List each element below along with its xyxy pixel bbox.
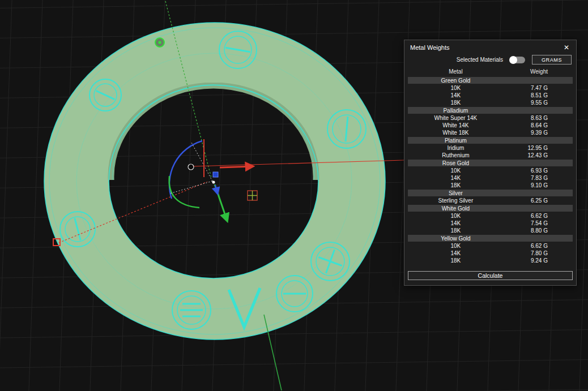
material-row[interactable]: 10K6.62 G [408, 242, 573, 250]
rotate-handle-green[interactable] [169, 176, 199, 208]
material-weight: 6.25 G [504, 197, 573, 204]
material-weight: 8.63 G [504, 115, 573, 121]
weight-column-header: Weight [504, 68, 573, 75]
metal-weights-panel: Metal Weights ✕ Selected Materials GRAMS… [404, 40, 577, 286]
material-label: White Super 14K [408, 115, 504, 121]
calculate-button[interactable]: Calculate [408, 271, 573, 280]
material-weight: 8.80 G [504, 227, 573, 234]
panel-controls: Selected Materials GRAMS [404, 53, 576, 68]
material-row[interactable]: Sterling Silver6.25 G [408, 197, 573, 204]
material-weight: 9.24 G [504, 257, 573, 264]
material-weight: 12.43 G [504, 152, 573, 158]
category-row[interactable]: Green Gold [408, 77, 573, 84]
gizmo-origin-dot [212, 181, 215, 184]
panel-title: Metal Weights [410, 44, 450, 51]
category-name: Palladium [408, 108, 504, 114]
material-row[interactable]: White 18K9.39 G [408, 129, 573, 136]
category-name: Platinum [408, 138, 504, 144]
translate-x-handle[interactable] [220, 166, 253, 167]
material-row[interactable]: Ruthenium12.43 G [408, 152, 573, 159]
category-name: Yellow Gold [408, 235, 504, 242]
material-label: Iridium [408, 145, 504, 151]
material-label: 18K [408, 257, 504, 264]
material-row[interactable]: Iridium12.95 G [408, 144, 573, 152]
table-header: Metal Weight [404, 68, 576, 76]
material-weight: 8.51 G [504, 92, 573, 98]
material-label: 10K [408, 243, 504, 249]
toggle-knob [509, 56, 517, 64]
rotate-handle-blue[interactable] [169, 141, 202, 199]
panel-header: Metal Weights ✕ [404, 40, 576, 53]
units-button[interactable]: GRAMS [532, 55, 572, 65]
material-row[interactable]: 14K7.54 G [408, 220, 573, 227]
material-weight: 6.93 G [504, 167, 573, 174]
material-label: White 14K [408, 122, 504, 128]
gizmo-guide [170, 181, 212, 194]
pivot-circle-icon[interactable] [188, 164, 194, 170]
material-label: 10K [408, 167, 504, 174]
ring-model[interactable] [44, 23, 385, 340]
category-row[interactable]: Silver [408, 190, 573, 196]
material-label: 14K [408, 220, 504, 226]
category-row[interactable]: Yellow Gold [408, 235, 573, 242]
material-label: 18K [408, 182, 504, 188]
close-icon[interactable]: ✕ [563, 44, 570, 51]
material-weight: 6.62 G [504, 243, 573, 249]
category-name: Green Gold [408, 78, 504, 84]
material-weight: 9.55 G [504, 100, 573, 106]
material-label: Sterling Silver [408, 197, 504, 204]
material-label: 10K [408, 85, 504, 91]
category-name: White Gold [408, 205, 504, 212]
material-weight: 9.39 G [504, 130, 573, 136]
material-row[interactable]: 14K7.80 G [408, 250, 573, 257]
metal-weights-table: Green Gold10K7.47 G14K8.51 G18K9.55 GPal… [404, 77, 576, 264]
material-label: 14K [408, 250, 504, 256]
material-row[interactable]: 18K9.10 G [408, 182, 573, 189]
material-label: 14K [408, 175, 504, 181]
material-weight: 7.83 G [504, 175, 573, 181]
material-weight: 9.10 G [504, 182, 573, 188]
category-name: Rose Gold [408, 160, 504, 166]
material-label: White 18K [408, 130, 504, 136]
material-weight: 7.47 G [504, 85, 573, 91]
material-row[interactable]: 10K6.62 G [408, 212, 573, 220]
material-label: 18K [408, 100, 504, 106]
material-row[interactable]: 10K7.47 G [408, 84, 573, 92]
blue-handle-icon[interactable] [213, 172, 218, 177]
material-row[interactable]: 18K9.55 G [408, 99, 573, 106]
material-row[interactable]: 18K9.24 G [408, 257, 573, 264]
category-row[interactable]: White Gold [408, 205, 573, 212]
material-row[interactable]: 10K6.93 G [408, 167, 573, 174]
snap-grid-icon[interactable] [248, 191, 257, 200]
category-row[interactable]: Palladium [408, 107, 573, 114]
material-label: Ruthenium [408, 152, 504, 158]
material-label: 18K [408, 227, 504, 234]
material-row[interactable]: 18K8.80 G [408, 227, 573, 234]
category-row[interactable]: Rose Gold [408, 160, 573, 166]
gizmo-guide [191, 143, 212, 181]
material-weight: 8.64 G [504, 122, 573, 128]
material-row[interactable]: White Super 14K8.63 G [408, 114, 573, 122]
material-row[interactable]: 14K7.83 G [408, 174, 573, 182]
selected-materials-label: Selected Materials [457, 57, 503, 63]
material-label: 10K [408, 213, 504, 219]
category-name: Silver [408, 190, 504, 196]
transform-gizmo[interactable] [169, 139, 257, 221]
selected-materials-toggle[interactable] [510, 57, 525, 63]
material-row[interactable]: White 14K8.64 G [408, 122, 573, 129]
material-weight: 7.80 G [504, 250, 573, 256]
material-weight: 7.54 G [504, 220, 573, 226]
material-label: 14K [408, 92, 504, 98]
metal-column-header: Metal [408, 68, 504, 75]
green-handle-icon[interactable] [155, 38, 164, 47]
material-weight: 6.62 G [504, 213, 573, 219]
material-row[interactable]: 14K8.51 G [408, 92, 573, 99]
category-row[interactable]: Platinum [408, 137, 573, 144]
material-weight: 12.95 G [504, 145, 573, 151]
